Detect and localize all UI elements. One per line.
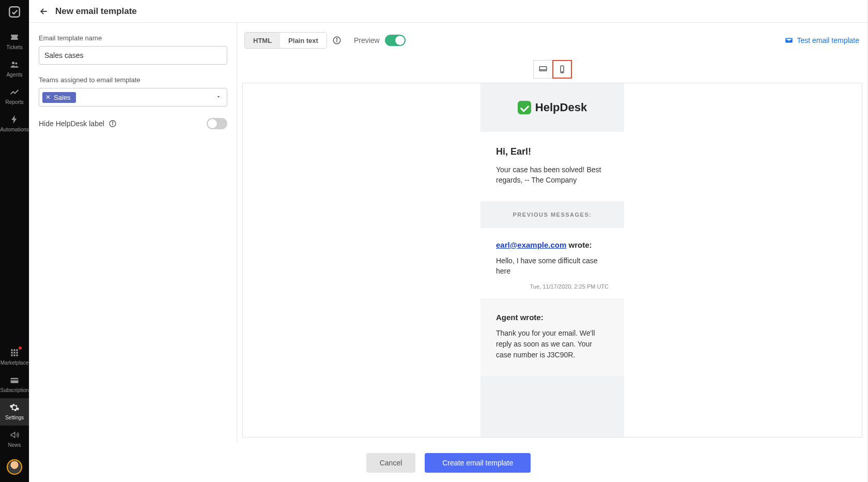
info-icon[interactable] — [109, 119, 117, 128]
svg-rect-13 — [11, 379, 19, 380]
sidebar-item-news[interactable]: News — [0, 426, 29, 453]
notification-badge — [18, 345, 23, 351]
svg-rect-9 — [11, 354, 12, 356]
sidebar-item-label: Reports — [5, 99, 23, 105]
create-template-button[interactable]: Create email template — [425, 453, 531, 473]
svg-rect-20 — [539, 67, 547, 71]
info-icon[interactable] — [332, 36, 342, 45]
device-desktop-button[interactable] — [533, 60, 553, 79]
field-label-name: Email template name — [39, 34, 227, 42]
hide-label: Hide HelpDesk label — [39, 119, 104, 128]
svg-rect-0 — [9, 7, 20, 17]
sidebar-item-tickets[interactable]: Tickets — [0, 28, 29, 55]
field-label-teams: Teams assigned to email template — [39, 76, 227, 84]
sidebar-item-label: Agents — [6, 72, 22, 78]
svg-rect-11 — [16, 354, 18, 356]
arrow-left-icon — [39, 6, 49, 17]
svg-point-23 — [562, 71, 562, 72]
svg-point-2 — [15, 63, 17, 65]
svg-rect-7 — [13, 352, 15, 353]
agent-text: Thank you for your email. We'll reply as… — [496, 328, 609, 360]
sidebar-item-label: Automations — [0, 127, 29, 132]
template-name-input[interactable] — [39, 46, 227, 65]
sidebar-item-marketplace[interactable]: Marketplace — [0, 343, 29, 371]
device-mobile-button[interactable] — [552, 60, 572, 79]
main: New email template Email template name T… — [29, 0, 868, 482]
test-email-label: Test email template — [797, 36, 859, 44]
email-body-text: Your case has been solved! Best regards,… — [496, 164, 609, 186]
agent-from: Agent wrote: — [496, 313, 609, 322]
preview-panel: HTML Plain text Preview Test email templ… — [237, 23, 867, 443]
sidebar: Tickets Agents Reports Automations Marke… — [0, 0, 29, 482]
user-avatar[interactable] — [7, 459, 22, 475]
test-email-link[interactable]: Test email template — [784, 36, 860, 45]
sidebar-item-label: Settings — [5, 415, 24, 420]
quoted-message: earl@example.com wrote: Hello, I have so… — [481, 228, 624, 300]
chevron-down-icon — [215, 93, 222, 102]
sidebar-item-label: Marketplace — [1, 360, 28, 366]
page-title: New email template — [55, 6, 137, 17]
preview-toolbar: HTML Plain text Preview Test email templ… — [242, 32, 862, 49]
sidebar-item-reports[interactable]: Reports — [0, 83, 29, 110]
format-plain-tab[interactable]: Plain text — [280, 33, 327, 48]
sidebar-item-settings[interactable]: Settings — [0, 398, 29, 426]
preview-stage: HelpDesk Hi, Earl! Your case has been so… — [242, 83, 862, 438]
email-mobile-frame: HelpDesk Hi, Earl! Your case has been so… — [481, 83, 624, 437]
form-panel: Email template name Teams assigned to em… — [29, 23, 237, 443]
sidebar-item-automations[interactable]: Automations — [0, 110, 29, 138]
hide-label-toggle[interactable] — [207, 118, 227, 129]
sidebar-item-agents[interactable]: Agents — [0, 55, 29, 83]
preview-toggle[interactable] — [385, 35, 406, 46]
email-greeting: Hi, Earl! — [496, 146, 609, 157]
format-segment: HTML Plain text — [244, 32, 327, 49]
quote-email-link[interactable]: earl@example.com — [496, 240, 566, 249]
email-body-card: Hi, Earl! Your case has been solved! Bes… — [481, 132, 624, 201]
topbar: New email template — [29, 0, 867, 23]
svg-rect-4 — [13, 349, 15, 351]
svg-point-1 — [12, 62, 14, 64]
sidebar-item-label: News — [8, 442, 21, 448]
back-button[interactable] — [37, 4, 51, 19]
format-html-tab[interactable]: HTML — [245, 33, 280, 48]
team-chip[interactable]: ✕ Sales — [42, 92, 76, 103]
brand-name: HelpDesk — [535, 101, 587, 114]
quote-text: Hello, I have some difficult case here — [496, 255, 609, 277]
remove-chip-icon[interactable]: ✕ — [45, 94, 51, 101]
device-toggle — [533, 60, 572, 79]
mail-icon — [784, 36, 794, 45]
sidebar-item-label: Tickets — [6, 44, 22, 50]
previous-messages-label: PREVIOUS MESSAGES: — [481, 201, 624, 228]
quote-timestamp: Tue, 11/17/2020, 2:25 PM UTC — [496, 283, 609, 290]
quote-from: earl@example.com wrote: — [496, 240, 609, 249]
sidebar-item-label: Subscription — [0, 387, 28, 393]
teams-select[interactable]: ✕ Sales — [39, 88, 227, 107]
footer: Cancel Create email template — [29, 443, 867, 482]
svg-rect-12 — [11, 378, 19, 383]
mobile-icon — [557, 65, 567, 74]
svg-rect-10 — [13, 354, 15, 356]
svg-point-19 — [336, 38, 337, 39]
svg-rect-6 — [11, 352, 12, 353]
helpdesk-logo-icon — [518, 101, 531, 114]
desktop-icon — [538, 65, 548, 74]
agent-message: Agent wrote: Thank you for your email. W… — [481, 299, 624, 376]
sidebar-item-subscription[interactable]: Subscription — [0, 371, 29, 398]
email-header: HelpDesk — [481, 83, 624, 132]
app-logo-icon — [8, 5, 21, 19]
svg-rect-8 — [16, 352, 18, 353]
svg-rect-3 — [11, 349, 12, 351]
cancel-button[interactable]: Cancel — [366, 453, 416, 473]
svg-point-16 — [112, 122, 113, 123]
team-chip-label: Sales — [54, 94, 71, 101]
preview-label: Preview — [354, 36, 380, 44]
